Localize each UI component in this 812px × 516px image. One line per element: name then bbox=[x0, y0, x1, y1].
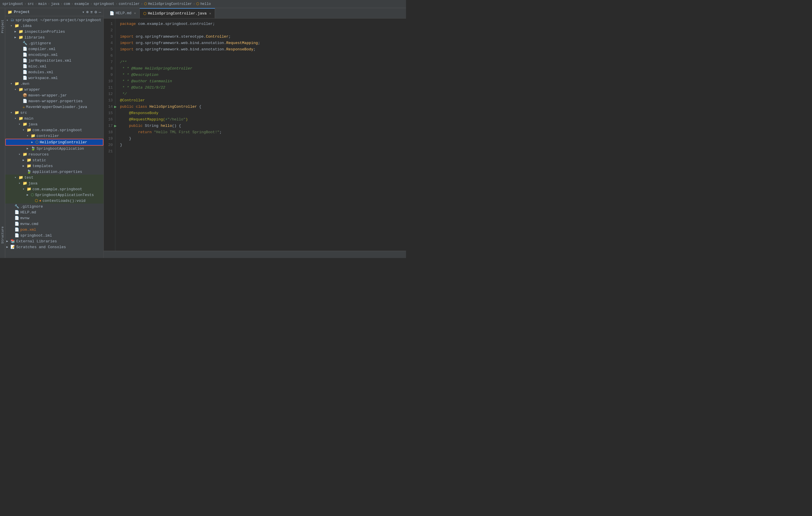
tree-item-test[interactable]: ▾ 📁 test bbox=[5, 175, 104, 180]
tree-item-mvnw[interactable]: ▶ 📄 mvnw bbox=[5, 215, 104, 221]
tree-item-gitignore-root[interactable]: ▶ 🔧 .gitignore bbox=[5, 204, 104, 209]
tree-item-springboot-app[interactable]: ▶ 🍃 SpringbootApplication bbox=[5, 146, 104, 151]
item-label: MavenWrapperDownloader.java bbox=[26, 105, 102, 109]
tree-item-static[interactable]: ▶ 📁 static bbox=[5, 157, 104, 163]
tree-item-resources[interactable]: ▾ 📁 resources bbox=[5, 151, 104, 157]
breadcrumb-controller-icon: ⬡ bbox=[144, 2, 147, 6]
file-icon: 📄 bbox=[23, 64, 27, 69]
tree-item-controller-folder[interactable]: ▾ 📁 controller bbox=[5, 133, 104, 139]
arrow-icon: ▾ bbox=[19, 153, 23, 156]
folder-icon: 📁 bbox=[14, 110, 19, 115]
file-icon: 📄 bbox=[23, 47, 27, 51]
tree-item-jarRepositories[interactable]: ▶ 📄 jarRepositories.xml bbox=[5, 58, 104, 63]
item-label: com.example.springboot bbox=[32, 128, 102, 132]
tree-item-mvnw-cmd[interactable]: ▶ 📄 mvnw.cmd bbox=[5, 221, 104, 227]
tree-item-inspection[interactable]: ▶ 📁 inspectionProfiles bbox=[5, 29, 104, 34]
keyword: import bbox=[120, 34, 134, 40]
tree-item-wrapper[interactable]: ▾ 📁 wrapper bbox=[5, 87, 104, 92]
code-line-20: } bbox=[120, 142, 401, 148]
breadcrumb-java[interactable]: java bbox=[51, 2, 59, 6]
file-icon: ⬡ bbox=[35, 199, 38, 203]
code-line-18: return "Hello TML First SpringBoot!" ; bbox=[120, 129, 401, 135]
arrow-icon: ▾ bbox=[14, 88, 19, 91]
tree-item-misc[interactable]: ▶ 📄 misc.xml bbox=[5, 63, 104, 69]
item-label: pom.xml bbox=[20, 227, 102, 232]
tree-item-test-package[interactable]: ▾ 📁 com.example.springboot bbox=[5, 186, 104, 192]
folder-icon: 📁 bbox=[19, 175, 23, 180]
breadcrumb-springboot[interactable]: springboot bbox=[2, 2, 23, 6]
item-label: modules.xml bbox=[28, 70, 102, 74]
tree-item-pom[interactable]: ▶ 📄 pom.xml bbox=[5, 227, 104, 233]
panel-dropdown-arrow[interactable]: ▾ bbox=[82, 10, 84, 14]
tree-item-external-libs[interactable]: ▶ 📚 External Libraries bbox=[5, 238, 104, 244]
code-line-16: @RequestMapping( ⚡ "/hello" ) bbox=[120, 116, 401, 123]
tree-item-templates[interactable]: ▶ 📁 templates bbox=[5, 163, 104, 169]
item-label: application.properties bbox=[32, 170, 102, 174]
tree-item-java[interactable]: ▾ 📁 java bbox=[5, 121, 104, 127]
breadcrumb-method-icon: ⬡ bbox=[196, 2, 199, 6]
tree-item-idea[interactable]: ▾ 📁 .idea bbox=[5, 23, 104, 29]
item-label: maven-wrapper.jar bbox=[28, 93, 102, 98]
run-gutter-icon[interactable]: ▶ bbox=[114, 104, 116, 110]
tree-item-help[interactable]: ▶ 📄 HELP.md bbox=[5, 209, 104, 215]
folder-icon: 📁 bbox=[27, 163, 31, 168]
breadcrumb-springboot2[interactable]: springboot bbox=[94, 2, 114, 6]
code-line-7: /** bbox=[120, 59, 401, 65]
code-line-14: ▶ public class HelloSpringController { bbox=[120, 104, 401, 110]
breadcrumb-controller[interactable]: controller bbox=[119, 2, 140, 6]
options-icon[interactable]: ⚙ bbox=[94, 9, 97, 14]
breadcrumb-src[interactable]: src bbox=[28, 2, 34, 6]
tree-item-hello-controller[interactable]: ▶ ⬡ HelloSpringController bbox=[5, 139, 104, 146]
tree-item-test-java[interactable]: ▾ 📁 java bbox=[5, 180, 104, 186]
tree-item-workspace[interactable]: ▶ 📄 workspace.xml bbox=[5, 75, 104, 81]
tree-item-maven-wrapper-jar[interactable]: ▶ 📦 maven-wrapper.jar bbox=[5, 92, 104, 98]
item-label: jarRepositories.xml bbox=[28, 59, 102, 63]
breadcrumb-example[interactable]: example bbox=[75, 2, 89, 6]
tree-item-main[interactable]: ▾ 📁 main bbox=[5, 116, 104, 121]
item-label: inspectionProfiles bbox=[24, 30, 102, 34]
tab-close-help[interactable]: ✕ bbox=[134, 11, 136, 15]
structure-tab-label[interactable]: Structure bbox=[1, 226, 4, 244]
tab-icon-java: ⬡ bbox=[143, 11, 146, 16]
tree-item-compiler[interactable]: ▶ 📄 compiler.xml bbox=[5, 46, 104, 52]
file-icon: 📄 bbox=[23, 53, 27, 57]
tree-item-package[interactable]: ▾ 📁 com.example.springboot bbox=[5, 127, 104, 133]
editor-content[interactable]: 1 2 3 4 5 6 7 8 9 10 11 12 13 14 15 16 1 bbox=[104, 19, 406, 251]
tree-item-app-props[interactable]: ▶ 🍃 application.properties bbox=[5, 169, 104, 175]
project-tab-label[interactable]: Project bbox=[1, 20, 4, 33]
tree-item-app-tests[interactable]: ▶ ⬡ SpringbootApplicationTests bbox=[5, 192, 104, 198]
file-icon: ⬡ bbox=[31, 192, 34, 197]
collapse-all-icon[interactable]: ⇈ bbox=[90, 9, 93, 14]
folder-icon: 📁 bbox=[23, 122, 27, 126]
breadcrumb-hello-controller[interactable]: HelloSpringController bbox=[148, 2, 192, 6]
tree-item-src[interactable]: ▾ 📁 src bbox=[5, 110, 104, 116]
tab-close-hello[interactable]: ✕ bbox=[209, 11, 211, 16]
tree-item-encodings[interactable]: ▶ 📄 encodings.xml bbox=[5, 52, 104, 58]
item-label: misc.xml bbox=[28, 64, 102, 69]
arrow-icon: ▾ bbox=[14, 176, 19, 179]
tree-item-springboot-iml[interactable]: ▶ 📄 springboot.iml bbox=[5, 233, 104, 238]
tab-help[interactable]: 📄 HELP.md ✕ bbox=[106, 8, 140, 18]
tab-hello-controller[interactable]: ⬡ HelloSpringController.java ✕ bbox=[140, 8, 215, 18]
item-label: workspace.xml bbox=[28, 76, 102, 80]
item-label: main bbox=[24, 116, 102, 121]
breadcrumb-hello-method[interactable]: hello bbox=[200, 2, 211, 6]
tree-item-MavenWrapperDownloader[interactable]: ▶ ☕ MavenWrapperDownloader.java bbox=[5, 104, 104, 110]
item-label: .mvn bbox=[20, 82, 102, 86]
tree-item-root[interactable]: ▾ 🗂 springboot ~/person-project/springbo… bbox=[5, 18, 104, 23]
breadcrumb-com[interactable]: com bbox=[64, 2, 70, 6]
tree-item-context-loads[interactable]: ▶ ⬡ ● contextLoads():void bbox=[5, 198, 104, 204]
tree-item-gitignore-idea[interactable]: ▶ 🔧 .gitignore bbox=[5, 40, 104, 46]
tree-item-libraries[interactable]: ▶ 📁 libraries bbox=[5, 34, 104, 40]
hide-icon[interactable]: — bbox=[99, 10, 101, 14]
file-icon: 📄 bbox=[23, 99, 27, 103]
locate-icon[interactable]: ⊕ bbox=[86, 9, 88, 14]
breadcrumb-main[interactable]: main bbox=[38, 2, 47, 6]
tree-item-scratches[interactable]: ▶ 📝 Scratches and Consoles bbox=[5, 244, 104, 250]
tree-item-modules[interactable]: ▶ 📄 modules.xml bbox=[5, 69, 104, 75]
run-method-gutter-icon[interactable]: ▶ bbox=[114, 123, 116, 129]
tree-item-mvn[interactable]: ▾ 📁 .mvn bbox=[5, 81, 104, 87]
tree-item-maven-wrapper-props[interactable]: ▶ 📄 maven-wrapper.properties bbox=[5, 98, 104, 104]
editor-area: 📄 HELP.md ✕ ⬡ HelloSpringController.java… bbox=[104, 8, 406, 258]
item-label: HelloSpringController bbox=[40, 140, 102, 145]
